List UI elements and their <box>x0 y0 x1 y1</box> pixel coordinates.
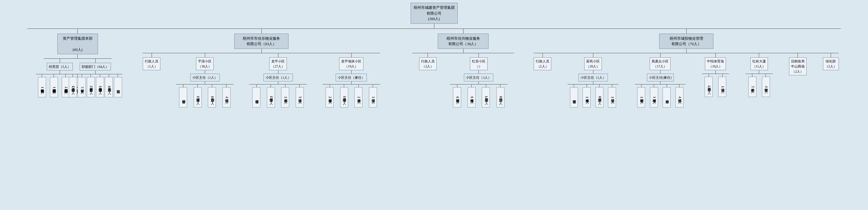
chengtou-admin: 行政人员（2人） <box>534 57 551 70</box>
jiaxing-admin: 行政人员（2人） <box>419 57 437 70</box>
hongan-building: 楼管部 （6人） <box>453 87 461 108</box>
jiale-admin: 行政人员（1人） <box>143 57 160 70</box>
pinglang-repair: 维修部 （15人） <box>194 87 202 108</box>
longping-order: 秩序部 （3人） <box>281 87 289 108</box>
fumin-order: 秩序部 （10人） <box>595 87 604 108</box>
longping-clean: 保洁部 （5人） <box>296 87 304 108</box>
org-chart: 梧州市城建资产管理集团有限公司(260人) 资产管理集团本部(69人) <box>0 0 868 110</box>
hongan-manager: 小区主任（1人） <box>464 74 493 81</box>
pinglang-clean: 保洁部 （4人） <box>222 87 231 108</box>
fengtai-building: 楼管部 （1人） <box>637 87 645 108</box>
longpingdiqu-manager: 小区主任（兼任） <box>336 74 367 81</box>
longping-manager: 小区主任（1人） <box>263 74 293 81</box>
leaf-gm: 党委副书记 总经理 （1人） <box>50 77 58 97</box>
fengtai-order: 秩序部 <box>663 87 671 108</box>
hongan-node: 红安小区（） <box>470 57 488 70</box>
longping-building: 楼管部 <box>252 87 260 108</box>
leaf-finance: 财务部 （7人） <box>78 77 86 97</box>
operations-layer: 经营层（5人） <box>47 63 73 71</box>
leaf-asset-supervision: 资产监管部 （21人） <box>87 77 95 97</box>
fengtai-clean: 保洁部 （4人） <box>675 87 684 108</box>
lpd-order: 秩序部 （2人） <box>354 87 362 108</box>
fumin-repair: 维修部 （1人） <box>583 87 591 108</box>
lpd-building: 楼管部 （2人） <box>326 87 334 108</box>
lpd-repair: 维修部 （14人） <box>340 87 348 108</box>
leaf-chairman: 党委书记 董事长 （1人） <box>38 77 46 97</box>
jiucaiju-node: 旧财政局中山商场（2人） <box>789 57 807 75</box>
pinglang-manager: 小区主任（1人） <box>190 74 220 81</box>
fengtai-node: 凤凰台小区（17人） <box>650 57 671 70</box>
hongan-order: 秩序部 （14人） <box>482 87 490 108</box>
fengtai-manager: 小区主任(兼任) <box>647 74 674 81</box>
leaf-synthesis: 综合 （综合办） （13人） <box>69 77 77 97</box>
zhongheng-order: 秩序部 （12人） <box>705 77 713 97</box>
hongling-node: 红岭大厦（11人） <box>750 57 768 70</box>
leaf-property-source: 物业来源部 （14人） <box>96 77 104 97</box>
asset-mgmt-node: 资产管理集团本部(69人) <box>57 34 98 55</box>
zhongheng-clean: 保洁部 （1人） <box>718 77 726 97</box>
lpd-clean: 保洁部 （1人） <box>369 87 377 108</box>
zhongheng-node: 中恒体育场（16人） <box>705 57 726 70</box>
pinglang-order: 秩序部 （10人） <box>208 87 216 108</box>
hongan-repair: 维修部 （6人） <box>468 87 476 108</box>
leaf-quality: 质量部 （16人） <box>105 77 113 97</box>
lvhua-node: 绿化部（2人） <box>823 57 839 70</box>
chengtou-node: 梧州市城投物业管理有限公司（70人） <box>659 34 713 49</box>
longping-repair: 维修部 （15人） <box>267 87 275 108</box>
longping-node: 龙平小区（27人） <box>269 57 287 70</box>
hongan-clean: 保洁部 （10人） <box>496 87 505 108</box>
jiaxing-node: 梧州市佳兴物业服务有限公司（38人） <box>438 34 489 49</box>
hongling-order: 秩序部 （7人） <box>748 77 756 97</box>
pinglang-building: 楼管部 <box>179 87 187 108</box>
fumin-building: 楼管部 <box>570 87 578 108</box>
hongling-admin: 行政部 （4人） <box>762 77 770 97</box>
fumin-clean: 保洁部 （3人） <box>608 87 616 108</box>
fumin-node: 富民小区（20人） <box>584 57 602 70</box>
pinglang-node: 平浪小区（36人） <box>196 57 214 70</box>
fengtai-repair: 维修部 （1人） <box>650 87 658 108</box>
functional-dept: 职能部门（64人） <box>80 63 111 71</box>
leaf-operations: 运营部 <box>114 77 122 97</box>
fumin-manager: 小区主任（1人） <box>578 74 608 81</box>
root-node: 梧州市城建资产管理集团有限公司(260人) <box>411 3 458 24</box>
jiale-node: 梧州市市佳乐物业服务有限公司（83人） <box>234 34 289 49</box>
longpingdiqu-node: 龙平地块小区（19人） <box>339 57 363 70</box>
